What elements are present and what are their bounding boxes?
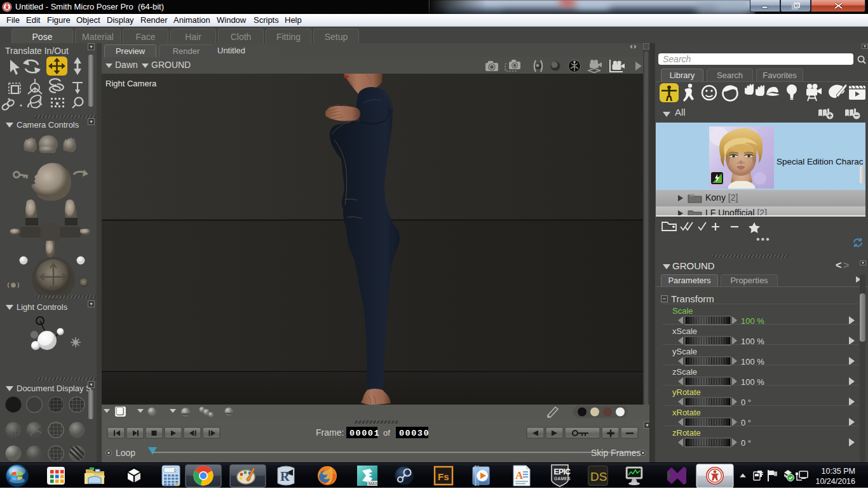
svg-text:Frame:: Frame: (316, 427, 344, 438)
svg-text:A: A (515, 469, 524, 481)
svg-text:10/24/2016: 10/24/2016 (815, 477, 855, 486)
svg-text:00001: 00001 (349, 429, 380, 438)
svg-text:GAMES: GAMES (554, 476, 571, 481)
svg-text:Fs: Fs (438, 471, 449, 482)
svg-text:MAX: MAX (369, 481, 378, 486)
svg-text:0 °: 0 ° (741, 438, 751, 448)
svg-text:EPIC: EPIC (554, 467, 571, 476)
svg-text:Loop: Loop (116, 448, 135, 458)
svg-text:00030: 00030 (399, 429, 430, 438)
svg-text:R: R (280, 469, 290, 483)
svg-text:0: 0 (174, 468, 177, 473)
svg-text:of: of (383, 428, 390, 438)
svg-text:Skip Frames: Skip Frames (591, 448, 641, 458)
svg-text:DS: DS (590, 470, 607, 483)
svg-text:10:35 PM: 10:35 PM (821, 467, 855, 476)
